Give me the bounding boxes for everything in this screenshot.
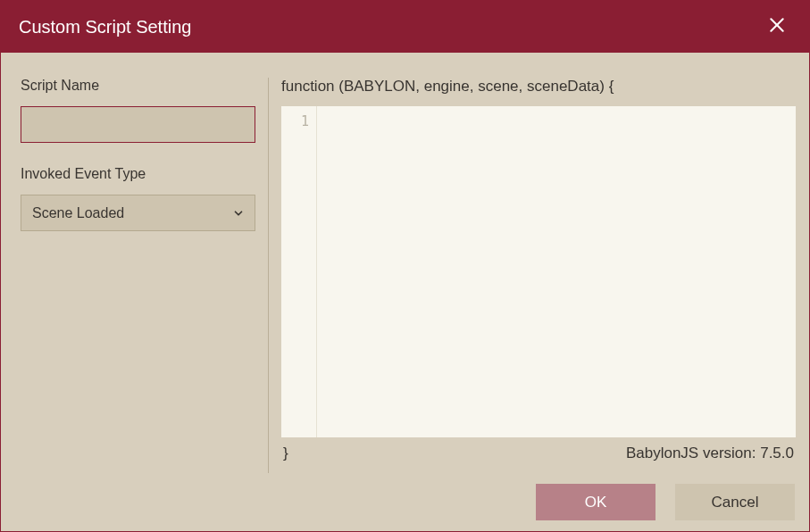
script-name-input[interactable] bbox=[21, 106, 255, 143]
cancel-button[interactable]: Cancel bbox=[675, 484, 795, 520]
invoked-event-type-label: Invoked Event Type bbox=[21, 166, 255, 182]
ok-button[interactable]: OK bbox=[536, 484, 656, 520]
button-row: OK Cancel bbox=[1, 473, 809, 531]
function-close-brace: } bbox=[283, 445, 288, 462]
left-panel: Script Name Invoked Event Type Scene Loa… bbox=[21, 78, 269, 473]
editor-gutter: 1 bbox=[281, 106, 317, 437]
code-editor[interactable]: 1 bbox=[281, 106, 796, 437]
babylonjs-version-label: BabylonJS version: 7.5.0 bbox=[626, 445, 794, 462]
titlebar: Custom Script Setting bbox=[1, 1, 809, 53]
line-number: 1 bbox=[281, 112, 316, 131]
script-name-field-group: Script Name bbox=[21, 78, 255, 143]
close-icon bbox=[768, 16, 786, 37]
dialog-body: Script Name Invoked Event Type Scene Loa… bbox=[1, 53, 809, 473]
function-open-brace: function (BABYLON, engine, scene, sceneD… bbox=[281, 78, 796, 96]
custom-script-dialog: Custom Script Setting Script Name Invoke… bbox=[0, 0, 810, 532]
invoked-event-type-select-wrap: Scene Loaded bbox=[21, 195, 255, 231]
function-footer: } BabylonJS version: 7.5.0 bbox=[281, 437, 796, 473]
script-name-label: Script Name bbox=[21, 78, 255, 94]
invoked-event-type-select[interactable]: Scene Loaded bbox=[21, 195, 255, 231]
dialog-title: Custom Script Setting bbox=[19, 17, 191, 37]
right-panel: function (BABYLON, engine, scene, sceneD… bbox=[269, 78, 796, 473]
code-area[interactable] bbox=[317, 106, 796, 437]
close-button[interactable] bbox=[763, 12, 791, 41]
invoked-event-type-field-group: Invoked Event Type Scene Loaded bbox=[21, 166, 255, 231]
